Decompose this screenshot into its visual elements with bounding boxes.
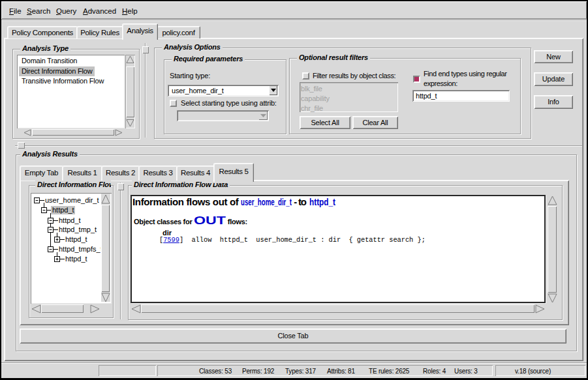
svg-text:httpd_t: httpd_t (65, 255, 87, 263)
svg-text:httpd_tmpfs_t: httpd_tmpfs_t (59, 245, 101, 253)
svg-text:httpd_tmp_t: httpd_tmp_t (59, 226, 97, 233)
svg-text:httpd_t: httpd_t (52, 206, 74, 214)
svg-text:httpd_t: httpd_t (59, 216, 81, 224)
svg-text:user_home_dir_t: user_home_dir_t (45, 196, 99, 204)
svg-text:httpd_t: httpd_t (65, 235, 87, 243)
